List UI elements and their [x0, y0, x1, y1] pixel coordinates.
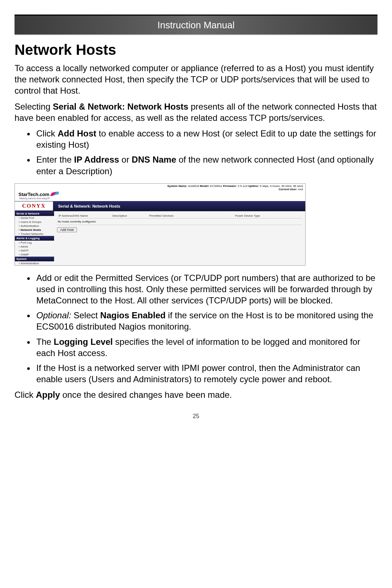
col-ip: IP Address/DNS Name — [57, 213, 111, 219]
col-desc: Description — [111, 213, 148, 219]
list-item: Click Add Host to enable access to a new… — [35, 128, 377, 150]
conyx-logo: CONYX — [15, 201, 53, 211]
col-services: Permitted Services — [148, 213, 234, 219]
text: Click — [15, 390, 36, 400]
text: once the desired changes have been made. — [60, 390, 232, 400]
value: ECS00xx — [209, 184, 223, 188]
col-power: Power Device Type — [234, 213, 302, 219]
label: Model: — [200, 184, 209, 188]
text: The — [36, 337, 54, 347]
text-bold: Serial & Network: Network Hosts — [53, 102, 188, 111]
list-item: The Logging Level specifies the level of… — [35, 336, 377, 359]
section-heading: Network Hosts — [15, 42, 377, 58]
text: Enter the — [36, 155, 74, 164]
sidebar-header: Alerts & Logging — [15, 236, 54, 241]
tagline: Making hard-to-find easy!® — [19, 197, 59, 200]
closing-paragraph: Click Apply once the desired changes hav… — [15, 389, 377, 400]
bullet-list-2: Add or edit the Permitted Services (or T… — [15, 272, 377, 385]
add-host-button[interactable]: Add Host — [57, 227, 77, 232]
list-item: If the Host is a networked server with I… — [35, 362, 377, 385]
intro-paragraph-1: To access a locally networked computer o… — [15, 62, 377, 97]
startech-logo-text: StarTech.com — [19, 192, 49, 197]
bullet-list-1: Click Add Host to enable access to a new… — [15, 128, 377, 177]
label: System Name: — [167, 184, 187, 188]
text-bold: Apply — [36, 390, 60, 400]
sidebar: Serial & Network Serial Port Users & Gro… — [15, 211, 54, 265]
banner: Instruction Manual — [15, 15, 377, 35]
sidebar-item-snmp[interactable]: SNMP — [15, 253, 54, 257]
intro-paragraph-2: Selecting Serial & Network: Network Host… — [15, 101, 377, 123]
sidebar-item-trusted-networks[interactable]: Trusted Networks — [15, 232, 54, 236]
list-item: Add or edit the Permitted Services (or T… — [35, 272, 377, 306]
sidebar-item-alerts[interactable]: Alerts — [15, 245, 54, 249]
value: 2.5.1u3 — [237, 184, 248, 188]
label: Firmware: — [223, 184, 237, 188]
value: root — [297, 188, 303, 191]
text-italic: Optional: — [36, 310, 71, 320]
sidebar-item-network-hosts[interactable]: Network Hosts — [15, 228, 54, 232]
startech-swoosh-icon — [50, 192, 59, 196]
content-area: IP Address/DNS Name Description Permitte… — [54, 211, 305, 265]
sidebar-item-administration[interactable]: Administration — [15, 261, 54, 265]
sidebar-item-smtp[interactable]: SMTP — [15, 249, 54, 253]
sidebar-item-users-groups[interactable]: Users & Groups — [15, 220, 54, 224]
sidebar-header: System — [15, 257, 54, 261]
text: Select — [71, 310, 100, 320]
list-item: Enter the IP Address or DNS Name of the … — [35, 154, 377, 176]
sidebar-item-authentication[interactable]: Authentication — [15, 224, 54, 228]
system-info-bar: System Name: ecs0016 Model: ECS00xx Firm… — [15, 184, 305, 191]
sidebar-item-port-log[interactable]: Port Log — [15, 241, 54, 245]
embedded-screenshot: System Name: ecs0016 Model: ECS00xx Firm… — [15, 183, 306, 266]
text: Selecting — [15, 102, 53, 111]
text-bold: Logging Level — [54, 337, 113, 347]
title-bar: CONYX Serial & Network: Network Hosts — [15, 201, 305, 211]
hosts-table-header: IP Address/DNS Name Description Permitte… — [57, 213, 302, 219]
value: ecs0016 — [187, 184, 200, 188]
list-item: Optional: Select Nagios Enabled if the s… — [35, 310, 377, 332]
label: Current User: — [278, 188, 297, 191]
page-title: Serial & Network: Network Hosts — [57, 204, 120, 208]
text-bold: DNS Name — [132, 155, 176, 164]
text-bold: Add Host — [58, 128, 97, 138]
sidebar-item-serial-port[interactable]: Serial Port — [15, 216, 54, 220]
no-hosts-message: No hosts currently configured. — [57, 219, 302, 225]
text: Click — [36, 128, 58, 138]
page-number: 25 — [15, 413, 377, 420]
label: Uptime: — [248, 184, 259, 188]
sidebar-header: Serial & Network — [15, 211, 54, 216]
logo-row: StarTech.com Making hard-to-find easy!® — [15, 191, 305, 201]
text-bold: Nagios Enabled — [100, 310, 166, 320]
value: 0 days, 0 hours, 34 mins, 46 secs — [259, 184, 303, 188]
text-bold: IP Address — [74, 155, 119, 164]
text: or — [119, 155, 132, 164]
